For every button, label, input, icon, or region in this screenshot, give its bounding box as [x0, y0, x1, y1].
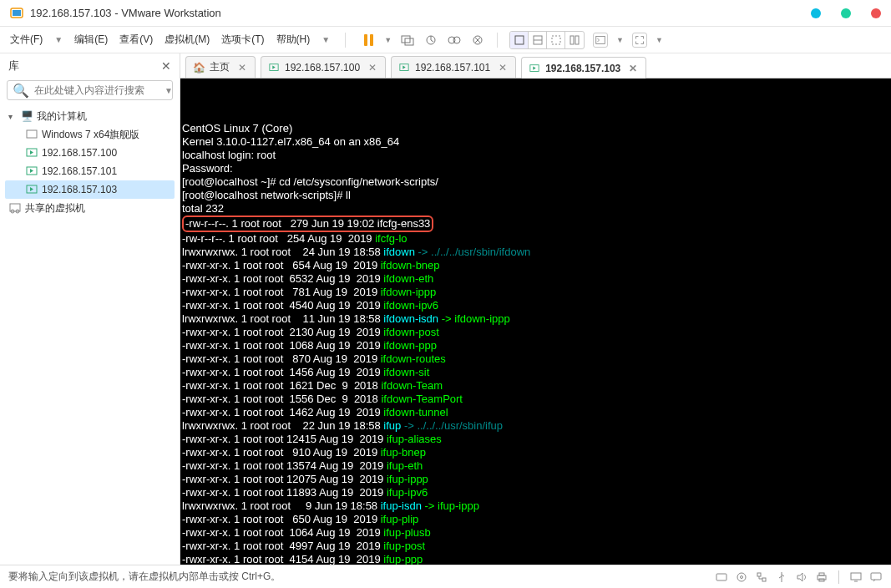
titlebar: 192.168.157.103 - VMware Workstation	[0, 0, 891, 27]
usb-icon[interactable]	[775, 570, 788, 584]
tab-home[interactable]: 🏠 主页 ✕	[185, 56, 256, 78]
vm-running-icon	[268, 62, 280, 74]
tab-close-icon[interactable]: ✕	[499, 62, 507, 74]
tree-win7[interactable]: Windows 7 x64旗舰版	[5, 125, 175, 144]
menu-edit[interactable]: 编辑(E)	[74, 33, 108, 47]
chevron-down-icon[interactable]: ▼	[616, 36, 624, 44]
tab-label: 192.168.157.103	[545, 63, 620, 74]
terminal-line: -rwxr-xr-x. 1 root root 1068 Aug 19 2019…	[182, 339, 889, 352]
svg-rect-13	[575, 36, 579, 44]
chevron-down-icon[interactable]: ▼	[321, 35, 330, 44]
tree-vm-101[interactable]: 192.168.157.101	[5, 162, 175, 180]
separator	[497, 33, 498, 48]
tree-shared[interactable]: 共享的虚拟机	[5, 199, 175, 217]
search-icon: 🔍	[13, 83, 29, 99]
svg-rect-39	[851, 573, 861, 580]
vm-running-icon	[398, 62, 410, 74]
tree-label: Windows 7 x64旗舰版	[42, 128, 139, 142]
svg-rect-11	[552, 36, 560, 44]
svg-marker-17	[30, 150, 33, 155]
tab-label: 192.168.157.100	[285, 62, 360, 74]
sidebar-title: 库	[8, 58, 161, 74]
tree-vm-100[interactable]: 192.168.157.100	[5, 144, 175, 162]
snapshot-icon[interactable]	[423, 33, 438, 48]
menu-file[interactable]: 文件(F)	[10, 33, 43, 47]
window-title: 192.168.157.103 - VMware Workstation	[30, 7, 221, 19]
menu-tabs[interactable]: 选项卡(T)	[221, 33, 264, 47]
view-grid-icon[interactable]	[547, 32, 565, 48]
svg-marker-26	[272, 65, 275, 68]
toolbar: ▼ ▼ ▼	[361, 31, 663, 49]
sidebar: 库 ✕ 🔍 ▼ ▾ 🖥️ 我的计算机 Windows 7 x64旗舰版 192.…	[0, 53, 180, 565]
fullscreen-icon[interactable]	[632, 33, 647, 48]
terminal-line: -rwxr-xr-x. 1 root root 4997 Aug 19 2019…	[182, 540, 889, 553]
close-button[interactable]	[871, 8, 881, 18]
tab-103[interactable]: 192.168.157.103 ✕	[521, 57, 646, 79]
terminal-line: lrwxrwxrwx. 1 root root 22 Jun 19 18:58 …	[182, 419, 889, 433]
message-icon[interactable]	[869, 570, 883, 584]
terminal-line: lrwxrwxrwx. 1 root root 11 Jun 19 18:58 …	[182, 312, 889, 326]
view-single-icon[interactable]	[510, 32, 529, 48]
network-icon[interactable]	[755, 570, 768, 584]
terminal-line: -rwxr-xr-x. 1 root root 4154 Aug 19 2019…	[182, 553, 889, 565]
disk-icon[interactable]	[715, 570, 728, 584]
tab-close-icon[interactable]: ✕	[238, 62, 246, 74]
chevron-down-icon[interactable]: ▼	[656, 36, 663, 44]
svg-marker-19	[30, 169, 33, 173]
svg-marker-30	[533, 66, 535, 69]
menubar: 文件(F) ▼ 编辑(E) 查看(V) 虚拟机(M) 选项卡(T) 帮助(H) …	[0, 27, 891, 53]
terminal-line: lrwxrwxrwx. 1 root root 9 Jun 19 18:58 i…	[182, 499, 889, 513]
sidebar-close-icon[interactable]: ✕	[161, 59, 171, 73]
console-icon[interactable]	[593, 33, 608, 48]
status-text: 要将输入定向到该虚拟机，请在虚拟机内部单击或按 Ctrl+G。	[8, 570, 281, 584]
tree-my-computer[interactable]: ▾ 🖥️ 我的计算机	[5, 107, 175, 125]
tree-vm-103[interactable]: 192.168.157.103	[5, 180, 175, 199]
terminal-line: [root@localhost network-scripts]# ll	[182, 189, 889, 202]
tab-101[interactable]: 192.168.157.101 ✕	[391, 56, 516, 78]
minimize-button[interactable]	[811, 8, 821, 18]
pause-button[interactable]	[361, 33, 376, 48]
sound-icon[interactable]	[795, 570, 808, 584]
printer-icon[interactable]	[815, 570, 828, 584]
tree-label: 192.168.157.100	[42, 147, 117, 159]
view-tiled-icon[interactable]	[565, 32, 584, 48]
sidebar-header: 库 ✕	[0, 53, 180, 77]
separator	[838, 570, 839, 584]
terminal[interactable]: CentOS Linux 7 (Core)Kernel 3.10.0-1127.…	[180, 79, 891, 565]
terminal-line: -rwxr-xr-x. 1 root root 12415 Aug 19 201…	[182, 433, 889, 446]
revert-icon[interactable]	[470, 33, 485, 48]
svg-rect-35	[762, 578, 766, 581]
tab-close-icon[interactable]: ✕	[629, 63, 637, 74]
vm-running-icon	[25, 183, 38, 196]
terminal-line: -rwxr-xr-x. 1 root root 1064 Aug 19 2019…	[182, 526, 889, 540]
svg-rect-2	[402, 36, 410, 43]
vm-running-icon	[25, 146, 38, 160]
menu-help[interactable]: 帮助(H)	[276, 33, 311, 47]
tab-close-icon[interactable]: ✕	[368, 62, 377, 74]
computer-icon: 🖥️	[20, 109, 33, 123]
chevron-down-icon[interactable]: ▼	[384, 36, 392, 44]
display-icon[interactable]	[849, 570, 863, 584]
collapse-icon[interactable]: ▾	[8, 112, 17, 121]
search-box[interactable]: 🔍 ▼	[7, 80, 173, 100]
menu-view[interactable]: 查看(V)	[119, 33, 153, 47]
search-input[interactable]	[34, 84, 159, 96]
snapshot-manager-icon[interactable]	[447, 33, 462, 48]
send-keys-icon[interactable]	[400, 33, 415, 48]
cd-icon[interactable]	[735, 570, 748, 584]
chevron-down-icon[interactable]: ▼	[165, 86, 173, 95]
view-split-icon[interactable]	[529, 32, 547, 48]
tab-100[interactable]: 192.168.157.100 ✕	[261, 56, 386, 78]
vm-running-icon	[25, 165, 38, 178]
svg-rect-15	[27, 130, 37, 138]
menu-vm[interactable]: 虚拟机(M)	[165, 33, 210, 47]
maximize-button[interactable]	[841, 8, 851, 18]
content: 🏠 主页 ✕ 192.168.157.100 ✕ 192.168.157.101…	[180, 53, 891, 565]
tree-label: 192.168.157.101	[42, 165, 117, 177]
chevron-down-icon[interactable]: ▼	[54, 35, 63, 44]
svg-rect-37	[819, 573, 824, 575]
terminal-line: -rwxr-xr-x. 1 root root 1621 Dec 9 2018 …	[182, 379, 889, 393]
svg-rect-8	[515, 36, 524, 44]
terminal-line: Password:	[182, 162, 889, 175]
terminal-line: -rwxr-xr-x. 1 root root 4540 Aug 19 2019…	[182, 299, 889, 312]
